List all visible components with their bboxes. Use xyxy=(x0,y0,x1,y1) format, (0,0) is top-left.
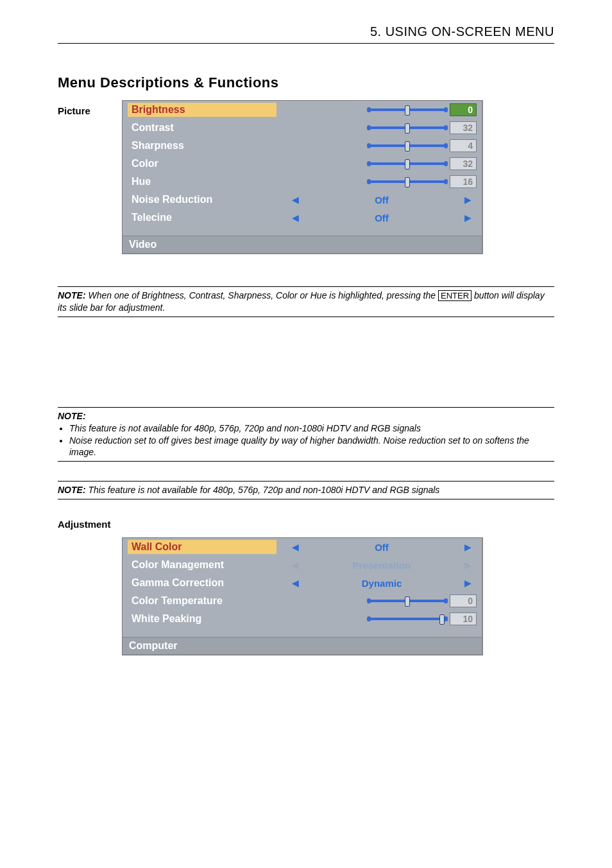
slider[interactable] xyxy=(369,598,446,604)
osd-footer: Computer xyxy=(123,637,482,654)
osd-row[interactable]: Noise Reduction◀Off▶ xyxy=(123,191,482,209)
option-value: Dynamic xyxy=(302,578,462,589)
osd-row-label: Telecine xyxy=(128,211,276,225)
osd-row[interactable]: Telecine◀Off▶ xyxy=(123,209,482,227)
osd-row-label: Hue xyxy=(128,175,276,189)
slider[interactable] xyxy=(369,616,446,622)
arrow-right-icon[interactable]: ▶ xyxy=(462,213,474,222)
note-lead: NOTE: xyxy=(58,290,86,300)
slider[interactable] xyxy=(369,143,446,149)
adjustment-section-label: Adjustment xyxy=(58,519,554,530)
osd-row-controls: 0 xyxy=(276,595,477,607)
osd-row[interactable]: Color32 xyxy=(123,155,482,173)
option-value: Off xyxy=(302,542,462,553)
note-3-text: This feature is not available for 480p, … xyxy=(88,485,439,495)
osd-row[interactable]: Color Management◀Presentation▶ xyxy=(123,556,482,574)
note-list-item: This feature is not available for 480p, … xyxy=(69,422,554,435)
osd-row-label: Brightness xyxy=(128,103,276,117)
option-value: Off xyxy=(302,213,462,223)
osd-row-label: Noise Reduction xyxy=(128,193,276,207)
osd-row[interactable]: Hue16 xyxy=(123,173,482,191)
slider-thumb[interactable] xyxy=(439,614,445,625)
note-2: NOTE: This feature is not available for … xyxy=(58,407,554,462)
value-box: 16 xyxy=(450,175,477,188)
option-row: ◀Dynamic▶ xyxy=(276,578,477,589)
option-value: Presentation xyxy=(302,560,462,571)
slider[interactable] xyxy=(369,125,446,131)
osd-row[interactable]: Contrast32 xyxy=(123,119,482,137)
osd-row-controls: 32 xyxy=(276,157,477,170)
osd-row-controls: 0 xyxy=(276,103,477,116)
note-3: NOTE: This feature is not available for … xyxy=(58,481,554,499)
value-box: 4 xyxy=(450,139,477,152)
osd-row-label: Contrast xyxy=(128,121,276,135)
osd-row[interactable]: Wall Color◀Off▶ xyxy=(123,538,482,556)
enter-key-box: ENTER xyxy=(438,290,472,301)
arrow-left-icon[interactable]: ◀ xyxy=(289,560,302,569)
osd-row-label: Color Temperature xyxy=(128,594,276,608)
page-title: Menu Descriptions & Functions xyxy=(58,74,554,91)
option-row: ◀Off▶ xyxy=(276,542,477,553)
arrow-right-icon[interactable]: ▶ xyxy=(462,542,474,551)
picture-section-label: Picture xyxy=(58,105,122,116)
arrow-left-icon[interactable]: ◀ xyxy=(289,213,302,222)
slider[interactable] xyxy=(369,178,446,185)
arrow-left-icon[interactable]: ◀ xyxy=(289,578,302,587)
osd-row-controls: ◀Dynamic▶ xyxy=(276,578,477,589)
osd-picture-panel: Brightness0Contrast32Sharpness4Color32Hu… xyxy=(122,100,483,254)
note-1-text-a: When one of Brightness, Contrast, Sharpn… xyxy=(88,290,438,300)
osd-row-controls: 10 xyxy=(276,612,477,625)
osd-adjustment-panel: Wall Color◀Off▶Color Management◀Presenta… xyxy=(122,537,483,655)
slider-thumb[interactable] xyxy=(405,105,410,116)
slider-thumb[interactable] xyxy=(405,141,410,152)
value-box: 10 xyxy=(450,612,477,625)
osd-row[interactable]: Gamma Correction◀Dynamic▶ xyxy=(123,574,482,592)
slider-thumb[interactable] xyxy=(405,596,410,607)
note-list-item: Noise reduction set to off gives best im… xyxy=(69,435,554,459)
osd-row[interactable]: Brightness0 xyxy=(123,101,482,119)
value-box: 32 xyxy=(450,157,477,170)
slider-thumb[interactable] xyxy=(405,177,410,187)
option-value: Off xyxy=(302,195,462,205)
note-lead: NOTE: xyxy=(58,485,86,495)
osd-row-label: Wall Color xyxy=(128,540,276,554)
osd-row-label: Gamma Correction xyxy=(128,576,276,590)
option-row: ◀Presentation▶ xyxy=(276,560,477,571)
osd-row-controls: ◀Presentation▶ xyxy=(276,560,477,571)
arrow-left-icon[interactable]: ◀ xyxy=(289,195,302,204)
value-box: 0 xyxy=(450,103,477,116)
osd-row-controls: 4 xyxy=(276,139,477,152)
osd-row[interactable]: White Peaking10 xyxy=(123,610,482,628)
osd-row[interactable]: Color Temperature0 xyxy=(123,592,482,610)
note-lead: NOTE: xyxy=(58,411,86,421)
option-row: ◀Off▶ xyxy=(276,213,477,223)
osd-row[interactable]: Sharpness4 xyxy=(123,137,482,155)
slider-thumb[interactable] xyxy=(405,159,410,169)
osd-row-label: Color xyxy=(128,157,276,171)
option-row: ◀Off▶ xyxy=(276,195,477,205)
osd-row-label: White Peaking xyxy=(128,612,276,626)
osd-row-controls: 16 xyxy=(276,175,477,188)
chapter-header: 5. USING ON-SCREEN MENU xyxy=(58,13,554,44)
osd-row-label: Color Management xyxy=(128,558,276,572)
arrow-right-icon[interactable]: ▶ xyxy=(462,578,474,587)
slider[interactable] xyxy=(369,107,446,113)
osd-row-controls: ◀Off▶ xyxy=(276,213,477,223)
arrow-left-icon[interactable]: ◀ xyxy=(289,542,302,551)
arrow-right-icon[interactable]: ▶ xyxy=(462,195,474,204)
arrow-right-icon[interactable]: ▶ xyxy=(462,560,474,569)
osd-row-controls: ◀Off▶ xyxy=(276,195,477,205)
osd-row-label: Sharpness xyxy=(128,139,276,153)
osd-row-controls: ◀Off▶ xyxy=(276,542,477,553)
slider-thumb[interactable] xyxy=(405,123,410,134)
slider[interactable] xyxy=(369,161,446,167)
value-box: 0 xyxy=(450,595,477,607)
note-1: NOTE: When one of Brightness, Contrast, … xyxy=(58,286,554,317)
value-box: 32 xyxy=(450,121,477,134)
osd-footer: Video xyxy=(123,236,482,253)
osd-row-controls: 32 xyxy=(276,121,477,134)
